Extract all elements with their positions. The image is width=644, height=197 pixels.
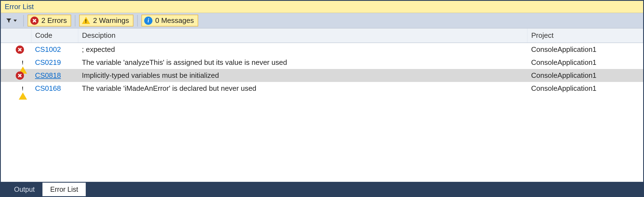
warning-icon [82,17,90,24]
error-code-link[interactable]: CS0818 [35,71,61,79]
messages-toggle[interactable]: 0 Messages [141,15,198,26]
column-header-row: Code Desciption Project [1,28,643,43]
table-row[interactable]: CS0818Implicitly-typed variables must be… [1,69,643,82]
toolbar-separator [137,15,138,26]
row-severity-icon-cell [15,56,31,69]
column-header-blank1[interactable] [1,28,15,43]
error-code-link[interactable]: CS0168 [35,84,61,92]
messages-toggle-label: 0 Messages [155,16,194,25]
column-header-project[interactable]: Project [527,28,643,43]
row-description-cell: Implicitly-typed variables must be initi… [78,69,527,82]
row-severity-icon-cell [15,43,31,56]
table-row[interactable]: CS0219The variable 'analyzeThis' is assi… [1,56,643,69]
error-icon [16,46,24,54]
row-project-cell: ConsoleApplication1 [527,43,643,56]
tab-error-list[interactable]: Error List [42,183,86,196]
chevron-down-icon [14,20,17,22]
bottom-tabstrip: Output Error List [1,182,643,196]
row-project-cell: ConsoleApplication1 [527,56,643,69]
row-gutter [1,69,15,82]
error-icon [16,71,24,80]
warnings-toggle[interactable]: 2 Warnings [79,15,133,26]
row-project-cell: ConsoleApplication1 [527,69,643,82]
errors-toggle-label: 2 Errors [41,16,67,25]
column-header-description[interactable]: Desciption [78,28,527,43]
row-gutter [1,43,15,56]
errors-toggle[interactable]: 2 Errors [28,15,71,26]
row-code-cell: CS0818 [31,69,78,82]
toolbar: 2 Errors 2 Warnings 0 Messages [1,13,643,28]
toolbar-separator [23,15,24,26]
column-header-blank2[interactable] [15,28,31,43]
table-row[interactable]: CS1002; expectedConsoleApplication1 [1,43,643,56]
row-description-cell: ; expected [78,43,527,56]
row-severity-icon-cell [15,82,31,95]
tab-output[interactable]: Output [6,183,42,196]
column-header-code[interactable]: Code [31,28,78,43]
warnings-toggle-label: 2 Warnings [93,16,129,25]
row-description-cell: The variable 'iMadeAnError' is declared … [78,82,527,95]
error-code-link[interactable]: CS1002 [35,45,61,54]
toolbar-separator [75,15,75,26]
error-list-panel: Error List 2 Errors 2 Warnings 0 Message… [0,0,644,197]
info-icon [144,17,152,25]
row-project-cell: ConsoleApplication1 [527,82,643,95]
error-icon [30,17,39,25]
row-gutter [1,82,15,95]
error-grid[interactable]: Code Desciption Project CS1002; expected… [1,28,643,182]
filter-icon [6,18,12,24]
row-code-cell: CS0168 [31,82,78,95]
error-code-link[interactable]: CS0219 [35,58,61,66]
row-code-cell: CS1002 [31,43,78,56]
row-description-cell: The variable 'analyzeThis' is assigned b… [78,56,527,69]
row-code-cell: CS0219 [31,56,78,69]
panel-title: Error List [1,1,643,13]
filter-dropdown[interactable] [3,17,20,25]
row-gutter [1,56,15,69]
table-row[interactable]: CS0168The variable 'iMadeAnError' is dec… [1,82,643,95]
warning-icon [19,84,27,100]
